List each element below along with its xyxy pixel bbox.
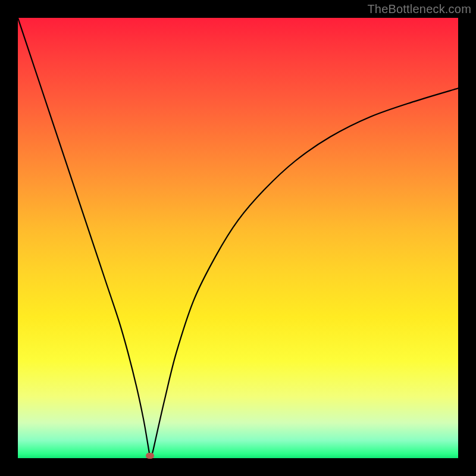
optimal-marker (146, 453, 154, 459)
curve-svg (18, 18, 458, 458)
bottleneck-curve-path (18, 18, 458, 456)
watermark-text: TheBottleneck.com (367, 2, 471, 16)
chart-frame: TheBottleneck.com (0, 0, 476, 476)
plot-area (18, 18, 458, 458)
